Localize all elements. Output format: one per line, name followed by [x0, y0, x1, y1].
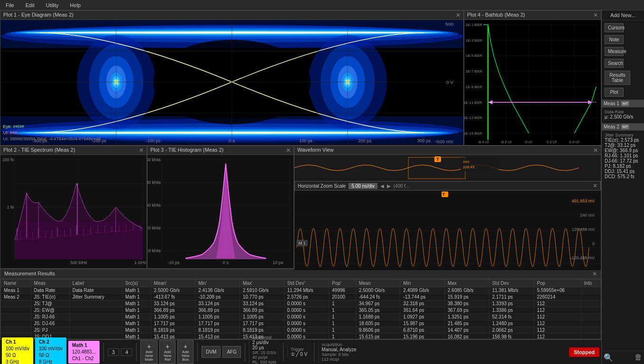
stopped-button[interactable]: Stopped [569, 347, 599, 357]
svg-text:0 UI: 0 UI [525, 140, 533, 144]
svg-text:1 fs: 1 fs [7, 205, 14, 209]
plot2-close[interactable]: ✕ [139, 147, 144, 154]
search-btn[interactable]: Search [605, 59, 624, 68]
middle-plots-row: Plot 2 - TIE Spectrum (Meas 2) ✕ [0, 146, 601, 269]
plot3-close[interactable]: ✕ [286, 147, 291, 154]
col-max: Max [445, 280, 489, 287]
svg-text:40 khits: 40 khits [147, 180, 161, 185]
meas2-title: Meas 2 [604, 124, 619, 129]
add-new-math-btn[interactable]: + Add New Math [140, 340, 157, 364]
svg-text:M 1: M 1 [298, 241, 305, 246]
ch2-value1: 100 mV/div [39, 346, 63, 352]
meas2-badge: MT [621, 124, 630, 129]
col-mean-prime: Mean' [151, 280, 195, 287]
svg-text:401.953 mV: 401.953 mV [572, 199, 595, 203]
plot1-title-text: Plot 1 - Eye Diagram (Meas 2) [3, 12, 74, 18]
plot4-bathtub: Plot 4 - Bathtub (Meas 2) ✕ [464, 10, 601, 146]
menu-edit[interactable]: Edit [20, 1, 40, 9]
add-new-ref-btn[interactable]: + Add New Ref [159, 340, 175, 364]
menu-utility[interactable]: Utility [40, 1, 64, 9]
table-row: Meas 2JS: TIE(σ)Jitter SummaryMath 1-413… [1, 294, 601, 300]
afg-btn[interactable]: AFG [222, 346, 241, 358]
zoom-minus[interactable]: ◀ [380, 183, 384, 189]
waveform-title-text: Waveform View [297, 147, 333, 154]
menu-help[interactable]: Help [64, 1, 87, 9]
plot4-close[interactable]: ✕ [593, 12, 598, 18]
results-table-btn[interactable]: Results Table [605, 71, 630, 85]
ch2-value3: 8 GHz [39, 359, 63, 364]
svg-text:-500 mV: -500 mV [435, 139, 453, 144]
meas1-header: Meas 1 MT [602, 100, 644, 107]
ch2-label: Ch 2 [39, 339, 63, 346]
measure-btn[interactable]: Measure [605, 47, 624, 56]
tie-histogram-svg: 50 khits 40 khits 30 khits 20 khits 10 k… [147, 155, 294, 268]
meas-results-close[interactable]: ✕ [592, 271, 597, 277]
ch2-value2: 50 Ω [39, 352, 63, 359]
svg-text:UI: 39996/39996  Total: -4.479: UI: 39996/39996 Total: -4.4794e+0b/4.479… [3, 136, 101, 141]
svg-text:0.4 UI: 0.4 UI [569, 140, 579, 144]
tie-spectrum-svg: 100 fs 1 fs 500 MHz 1 GHz [0, 155, 147, 268]
math1-box[interactable]: Math 1 120.4883... Ch1 - Ch2 [68, 341, 100, 364]
plot2-title-bar: Plot 2 - TIE Spectrum (Meas 2) ✕ [0, 146, 147, 155]
meas2-jitter-label: Jitter Summary [605, 133, 641, 137]
col-std-dev-prime: Std Dev' [284, 280, 329, 287]
acquisition-sample: Sample: 8 bits [322, 352, 356, 357]
svg-text:1E-13 BER: 1E-13 BER [464, 116, 482, 120]
acquisition-section: Acquisition Manual, Analyze Sample: 8 bi… [318, 341, 359, 363]
waveform-zoom-bar: Horizontal Zoom Scale 5.00 ns/div ◀ ▶ (4… [294, 181, 601, 191]
col-pop: Pop [534, 280, 581, 287]
svg-text:500 MHz: 500 MHz [70, 260, 88, 265]
math1-value1: 120.4883... [72, 349, 96, 355]
svg-text:-0.2 UI: -0.2 UI [500, 140, 512, 144]
right-panel-scroll: Meas 1 MT Data Rate μ: 2.500 Gb/s Meas 2… [602, 100, 644, 351]
plot1-close[interactable]: ✕ [456, 12, 460, 18]
zoom-plus[interactable]: ▶ [387, 183, 391, 189]
waveform-zoom-close[interactable]: ✕ [593, 182, 598, 189]
add-new-bus-btn[interactable]: + Add New Bus [177, 340, 193, 364]
meas1-dr-label: Data Rate [605, 109, 641, 114]
meas2-tie-sigma: TIE(σ): 2.573 ps [605, 137, 641, 143]
svg-text:120.43: 120.43 [463, 165, 475, 169]
menu-file[interactable]: File [0, 1, 20, 9]
trigger-label: Trigger [291, 347, 308, 352]
plot-btn[interactable]: Plot [605, 88, 624, 97]
meas-results-title: Measurement Results [4, 271, 55, 277]
col-pop-prime: Pop' [329, 280, 356, 287]
delete-icon[interactable]: 🗑 [635, 353, 642, 362]
table-row: Meas 1Data RateData RateMath 12.5000 Gb/… [1, 287, 601, 294]
ch2-box[interactable]: Ch 2 100 mV/div 50 Ω 8 GHz [35, 337, 66, 364]
note-btn[interactable]: Note [605, 35, 624, 44]
btn-3[interactable]: 3 [108, 348, 119, 356]
meas2-header: Meas 2 MT [602, 123, 644, 130]
ch1-value3: 3 GHz [6, 359, 29, 364]
svg-text:1E-7 BER: 1E-7 BER [465, 69, 482, 73]
dvm-btn[interactable]: DVM [202, 346, 221, 358]
waveform-view: Waveform View ✕ T [294, 146, 601, 269]
meas2-rj66: RJ-66: 1.101 ps [605, 153, 641, 158]
table-row: JS: EW@Math 1366.89 ps366.89 ps366.89 ps… [1, 307, 601, 314]
ch1-box[interactable]: Ch 1 100 mV/div 50 Ω 3 GHz [2, 337, 33, 364]
plot3-tie-histogram: Plot 3 - TIE Histogram (Meas 2) ✕ [147, 146, 294, 269]
svg-text:10 khits: 10 khits [147, 248, 161, 253]
top-plots-row: Plot 1 - Eye Diagram (Meas 2) ✕ [0, 10, 601, 146]
svg-text:30 khits: 30 khits [147, 203, 161, 208]
meas2-section: Jitter Summary TIE(σ): 2.573 ps TJ@: 33.… [602, 130, 644, 181]
menubar: File Edit Utility Help [0, 0, 644, 10]
svg-text:1 GHz: 1 GHz [134, 260, 147, 265]
svg-text:-10 ps: -10 ps [167, 260, 180, 265]
col-src: Src(s) [122, 280, 151, 287]
svg-text:T: T [436, 157, 439, 162]
zoom-icon[interactable]: 🔍 [604, 353, 613, 362]
btn-4[interactable]: 4 [121, 348, 132, 356]
svg-text:0 V: 0 V [446, 80, 454, 85]
waveform-title-bar: Waveform View ✕ [294, 146, 601, 155]
plot4-title-bar: Plot 4 - Bathtub (Meas 2) ✕ [464, 11, 601, 20]
svg-text:10 ps: 10 ps [273, 260, 284, 265]
ch1-label: Ch 1 [6, 339, 29, 346]
cursors-btn[interactable]: Cursors [605, 23, 624, 32]
horizontal-pts: 40 ps/pt [252, 355, 276, 360]
waveform-close[interactable]: ✕ [593, 147, 598, 154]
col-label: Label [69, 280, 122, 287]
svg-text:Eye: ##/##: Eye: ##/## [3, 124, 25, 129]
svg-text:100 ps: 100 ps [299, 138, 313, 143]
